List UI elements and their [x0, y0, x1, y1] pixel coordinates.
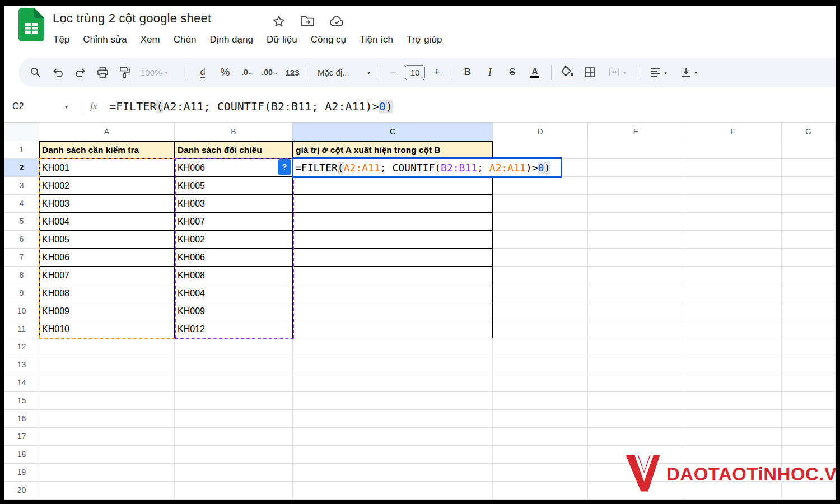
cell-B18[interactable]: [175, 446, 293, 464]
grid-corner[interactable]: [4, 123, 39, 142]
cell-B1[interactable]: Danh sách đối chiếu: [175, 141, 293, 159]
cell-E12[interactable]: [588, 338, 684, 356]
row-header-20[interactable]: 20: [4, 482, 39, 500]
cell-C1[interactable]: giá trị ở cột A xuất hiện trong cột B: [293, 141, 493, 159]
cell-E5[interactable]: [588, 213, 684, 231]
column-header-f[interactable]: F: [684, 123, 782, 142]
print-button[interactable]: [91, 61, 114, 83]
more-formats-button[interactable]: 123: [281, 61, 304, 83]
cell-C8[interactable]: [293, 267, 493, 284]
decrease-decimal-button[interactable]: .0←: [236, 61, 259, 83]
font-select[interactable]: Mặc đị... ▾: [314, 61, 374, 83]
paint-format-button[interactable]: [114, 61, 136, 83]
row-header-13[interactable]: 13: [4, 356, 39, 374]
cell-B12[interactable]: [175, 338, 293, 356]
cell-B2[interactable]: KH006: [175, 159, 293, 177]
chevron-down-icon[interactable]: ▾: [65, 104, 82, 110]
column-header-b[interactable]: B: [175, 123, 293, 142]
cell-B11[interactable]: KH012: [175, 320, 293, 338]
cell-B17[interactable]: [175, 428, 293, 446]
cell-C11[interactable]: [293, 320, 493, 338]
font-size-input[interactable]: 10: [405, 65, 425, 80]
cell-C14[interactable]: [293, 374, 493, 392]
cell-A8[interactable]: KH007: [39, 267, 175, 284]
cell-A2[interactable]: KH001: [39, 159, 175, 177]
cell-G9[interactable]: [782, 284, 836, 302]
cell-A6[interactable]: KH005: [39, 231, 175, 249]
currency-format-button[interactable]: đ: [192, 61, 214, 83]
cell-A18[interactable]: [39, 446, 175, 464]
row-header-16[interactable]: 16: [4, 410, 39, 428]
cell-C7[interactable]: [293, 249, 493, 267]
cell-D20[interactable]: [493, 482, 588, 500]
cell-B15[interactable]: [175, 392, 293, 410]
search-button[interactable]: [24, 61, 46, 83]
strikethrough-button[interactable]: S: [501, 61, 524, 83]
cell-C6[interactable]: [293, 231, 493, 249]
cell-B3[interactable]: KH005: [175, 177, 293, 195]
menu-view[interactable]: Xem: [134, 34, 167, 45]
vertical-align-button[interactable]: ▾: [674, 61, 704, 83]
row-header-11[interactable]: 11: [4, 320, 39, 338]
text-color-button[interactable]: A: [524, 61, 546, 83]
cell-F1[interactable]: [684, 141, 782, 159]
cell-C17[interactable]: [293, 428, 493, 446]
row-header-6[interactable]: 6: [4, 231, 39, 249]
cell-G11[interactable]: [782, 320, 836, 338]
italic-button[interactable]: I: [479, 61, 501, 83]
cell-F15[interactable]: [684, 392, 782, 410]
cell-G5[interactable]: [782, 213, 836, 231]
cell-E10[interactable]: [588, 302, 684, 320]
menu-data[interactable]: Dữ liệu: [260, 34, 304, 45]
formula-input[interactable]: =FILTER(A2:A11; COUNTIF(B2:B11; A2:A11)>…: [109, 100, 393, 113]
cell-F7[interactable]: [684, 249, 782, 267]
active-cell-editor[interactable]: =FILTER(A2:A11; COUNTIF(B2:B11; A2:A11)>…: [292, 157, 562, 178]
cell-F17[interactable]: [684, 428, 782, 446]
cell-F13[interactable]: [684, 356, 782, 374]
sheets-logo-icon[interactable]: [18, 8, 44, 41]
cell-A5[interactable]: KH004: [39, 213, 175, 231]
cell-D19[interactable]: [493, 464, 588, 482]
cell-D4[interactable]: [493, 195, 588, 213]
cell-E8[interactable]: [588, 267, 684, 284]
column-header-g[interactable]: G: [782, 123, 836, 142]
increase-font-size-button[interactable]: +: [428, 61, 446, 83]
percent-format-button[interactable]: %: [214, 61, 236, 83]
column-header-d[interactable]: D: [493, 123, 588, 142]
row-header-12[interactable]: 12: [4, 338, 39, 356]
cell-E2[interactable]: [588, 159, 684, 177]
cell-E11[interactable]: [588, 320, 684, 338]
cell-G6[interactable]: [782, 231, 836, 249]
cell-D17[interactable]: [493, 428, 588, 446]
cell-C12[interactable]: [293, 338, 493, 356]
cell-D5[interactable]: [493, 213, 588, 231]
cell-F10[interactable]: [684, 302, 782, 320]
cell-D9[interactable]: [493, 284, 588, 302]
menu-format[interactable]: Định dạng: [203, 34, 260, 45]
fill-color-button[interactable]: [557, 61, 579, 83]
cell-E16[interactable]: [588, 410, 684, 428]
borders-button[interactable]: [579, 61, 601, 83]
cell-D15[interactable]: [493, 392, 588, 410]
cell-D3[interactable]: [493, 177, 588, 195]
cell-A12[interactable]: [39, 338, 175, 356]
row-header-7[interactable]: 7: [4, 249, 39, 267]
cell-E3[interactable]: [588, 177, 684, 195]
cell-E14[interactable]: [588, 374, 684, 392]
row-header-8[interactable]: 8: [4, 267, 39, 284]
cell-D6[interactable]: [493, 231, 588, 249]
cell-B19[interactable]: [175, 464, 293, 482]
cell-G17[interactable]: [782, 428, 836, 446]
row-header-18[interactable]: 18: [4, 446, 39, 464]
cell-B14[interactable]: [175, 374, 293, 392]
cell-F12[interactable]: [684, 338, 782, 356]
cell-A14[interactable]: [39, 374, 175, 392]
menu-insert[interactable]: Chèn: [167, 34, 203, 45]
cell-F4[interactable]: [684, 195, 782, 213]
menu-help[interactable]: Trợ giúp: [400, 34, 449, 45]
cell-D14[interactable]: [493, 374, 588, 392]
cell-E9[interactable]: [588, 284, 684, 302]
cell-F3[interactable]: [684, 177, 782, 195]
menu-file[interactable]: Tệp: [46, 34, 76, 45]
cell-D18[interactable]: [493, 446, 588, 464]
